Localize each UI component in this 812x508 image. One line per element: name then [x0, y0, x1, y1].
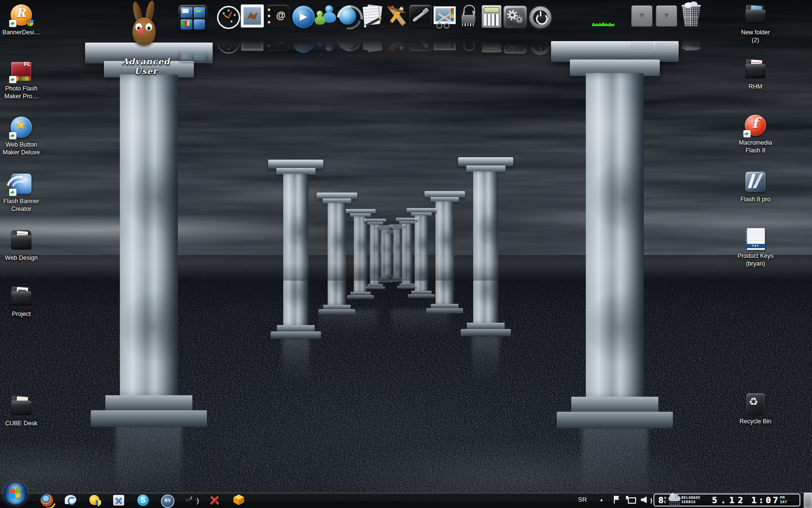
folder-icon: [10, 285, 32, 307]
security-utility-taskbar-icon[interactable]: [88, 494, 101, 507]
icon-label: Recycle Bin: [740, 418, 771, 425]
desktop-icon-bannerdesign[interactable]: R BannerDesi…: [0, 4, 44, 36]
windows-shield-icon: [27, 20, 33, 26]
text-editor-icon[interactable]: [361, 4, 384, 28]
action-center-flag-icon[interactable]: [613, 495, 620, 504]
icon-label: New folder (2): [741, 29, 770, 44]
icon-label: Web Button Maker Deluxe: [2, 141, 40, 156]
shortcut-arrow-icon: [9, 20, 16, 27]
shortcut-arrow-icon: [743, 130, 751, 137]
messenger-icon[interactable]: [314, 4, 338, 28]
temperature-unit: oC: [664, 496, 667, 504]
scroll-down-button-1[interactable]: ▼: [631, 5, 652, 27]
system-settings-icon[interactable]: [503, 5, 528, 29]
icon-label: Flash 8 pro: [740, 195, 771, 203]
cube-app-taskbar-icon[interactable]: [232, 494, 245, 507]
skype-taskbar-icon[interactable]: S: [137, 494, 149, 507]
desktop-icon-web-button-maker[interactable]: ★ Web Button Maker Deluxe: [0, 116, 44, 156]
tray-time: 1:07: [751, 495, 780, 505]
wallpaper-pillar: [268, 160, 323, 339]
wallpaper-pillar-right: [551, 41, 679, 428]
chip-programmer-icon[interactable]: [457, 4, 480, 27]
folder-icon: [10, 395, 32, 416]
developer-toolbox-icon[interactable]: [409, 5, 432, 27]
x-app-taskbar-icon[interactable]: [113, 494, 125, 507]
weather-clock-widget[interactable]: 8 oC BELGRADESERBIA 5.12 1:07 PMSAT: [653, 493, 800, 507]
calculator-icon[interactable]: [481, 5, 502, 28]
advanced-user-label: Advanced User: [112, 57, 180, 76]
desktop-icon-flash8-pro[interactable]: Flash 8 pro: [732, 171, 779, 203]
web-browser-icon[interactable]: [335, 4, 360, 28]
bsplayer-taskbar-icon[interactable]: BS: [160, 494, 173, 507]
shortcut-arrow-icon: [9, 76, 16, 83]
desktop-icon-cube-desk[interactable]: CUBE Desk: [0, 395, 44, 427]
desktop-icon-web-design[interactable]: Web Design: [0, 229, 44, 262]
rain-cloud-icon: [668, 496, 681, 501]
desktop-icon-rhm[interactable]: RHM: [732, 58, 779, 90]
red-x-taskbar-icon[interactable]: [208, 494, 221, 507]
icon-label: CUBE Desk: [5, 419, 38, 427]
icon-label: BannerDesi…: [2, 29, 40, 36]
audio-player-taskbar-icon[interactable]: ♪: [184, 494, 197, 507]
show-desktop-button[interactable]: [803, 493, 812, 508]
media-player-icon[interactable]: ▶: [292, 5, 315, 29]
emule-donkey-icon[interactable]: [129, 1, 160, 56]
start-button[interactable]: [4, 482, 27, 505]
flash8-pro-icon: [745, 172, 766, 192]
desktop-icon-product-keys[interactable]: TXT Product Keys (bryan): [732, 227, 779, 268]
shortcut-arrow-icon: [9, 189, 16, 196]
firefox-taskbar-icon[interactable]: [41, 494, 53, 507]
icon-label: Macromedia Flash 8: [739, 139, 772, 154]
tray-meridiem-day: PMSAT: [780, 496, 787, 504]
desktop-icon-macromedia-flash8[interactable]: f Macromedia Flash 8: [732, 114, 779, 154]
show-hidden-icons-button[interactable]: ▲: [599, 497, 604, 502]
wallpaper-pillar: [458, 157, 513, 336]
desktop-switcher-icon[interactable]: [177, 4, 208, 33]
design-tools-icon[interactable]: [385, 4, 408, 28]
power-icon[interactable]: [528, 5, 553, 30]
icon-label: Photo Flash Maker Pro…: [4, 85, 38, 100]
temperature-value: 8: [658, 495, 664, 505]
desktop-icon-recycle-bin[interactable]: ♻ Recycle Bin: [732, 393, 779, 425]
image-editor-icon[interactable]: [433, 4, 456, 28]
dashboard-gauge-icon[interactable]: [217, 6, 240, 29]
icon-label: RHM: [749, 83, 762, 90]
desktop-icon-new-folder-2[interactable]: New folder (2): [732, 4, 779, 44]
address-book-icon[interactable]: @: [267, 5, 290, 27]
windows-flag-icon: [10, 488, 20, 498]
shortcut-arrow-icon: [9, 132, 16, 139]
desktop-icon-photo-flash-maker[interactable]: FL Photo Flash Maker Pro…: [0, 60, 44, 100]
icon-label: Project: [12, 310, 31, 318]
tray-date: 5.12: [712, 495, 746, 505]
mail-stamp-icon[interactable]: [241, 5, 263, 27]
folder-icon: [744, 58, 767, 79]
wallpaper-pillar-left: [85, 43, 213, 427]
scroll-down-button-2[interactable]: ▼: [656, 5, 677, 27]
volume-tray-icon[interactable]: [641, 495, 651, 504]
icon-label: Web Design: [5, 254, 38, 262]
weather-location: BELGRADESERBIA: [682, 496, 700, 504]
trash-basket-icon[interactable]: [681, 3, 701, 26]
recycle-bin-icon: ♻: [746, 393, 765, 415]
chat-bubble-taskbar-icon[interactable]: [64, 494, 77, 507]
desktop-icon-flash-banner-creator[interactable]: Flash Banner Creator: [0, 173, 44, 213]
text-file-icon: TXT: [747, 228, 765, 250]
icon-label: Product Keys (bryan): [738, 252, 773, 268]
folder-icon: [744, 4, 767, 25]
desktop-icon-project[interactable]: Project: [0, 285, 44, 318]
wallpaper-pillar: [389, 224, 406, 282]
language-indicator[interactable]: SR: [578, 496, 587, 503]
network-tray-icon[interactable]: [626, 496, 636, 504]
folder-icon: [10, 229, 32, 251]
